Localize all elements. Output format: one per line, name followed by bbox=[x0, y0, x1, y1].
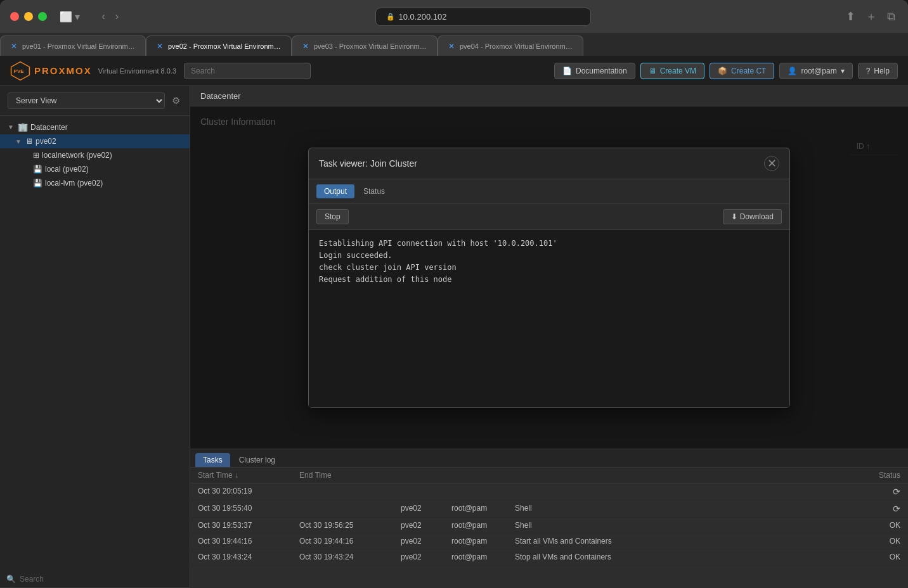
row3-start: Oct 30 19:53:37 bbox=[198, 521, 299, 530]
browser-tab-pve01[interactable]: ✕ pve01 - Proxmox Virtual Environment bbox=[0, 35, 146, 56]
tab-icon-pve03: ✕ bbox=[302, 42, 309, 51]
row5-task: Stop all VMs and Containers bbox=[515, 553, 824, 561]
header-task bbox=[515, 471, 824, 480]
user-menu-button[interactable]: 👤 root@pam ▾ bbox=[779, 63, 852, 79]
row1-status: ⟳ bbox=[824, 487, 900, 497]
tab-label-pve04: pve04 - Proxmox Virtual Environment bbox=[460, 42, 573, 50]
create-vm-button[interactable]: 🖥 Create VM bbox=[640, 63, 704, 79]
new-tab-button[interactable]: ＋ bbox=[863, 6, 879, 27]
bottom-tab-tasks[interactable]: Tasks bbox=[195, 453, 230, 467]
row5-start: Oct 30 19:43:24 bbox=[198, 553, 299, 561]
pve02-arrow: ▼ bbox=[15, 138, 23, 145]
modal-tab-output[interactable]: Output bbox=[316, 184, 354, 198]
modal-tab-status[interactable]: Status bbox=[356, 184, 392, 198]
table-row[interactable]: Oct 30 19:44:16 Oct 30 19:44:16 pve02 ro… bbox=[190, 534, 908, 549]
header-start-time: Start Time ↓ bbox=[198, 471, 299, 480]
tab-label-pve01: pve01 - Proxmox Virtual Environment bbox=[22, 42, 135, 50]
sidebar-item-datacenter[interactable]: ▼ 🏢 Datacenter bbox=[0, 120, 190, 134]
sidebar-item-pve02[interactable]: ▼ 🖥 pve02 bbox=[0, 134, 190, 148]
user-dropdown-icon: ▾ bbox=[841, 67, 845, 75]
share-button[interactable]: ⬆ bbox=[843, 7, 858, 26]
address-bar[interactable]: 🔒 10.0.200.102 bbox=[375, 8, 591, 26]
back-button[interactable]: ‹ bbox=[98, 8, 108, 25]
tab-icon-pve02: ✕ bbox=[157, 42, 163, 51]
browser-tab-pve02[interactable]: ✕ pve02 - Proxmox Virtual Environment bbox=[146, 35, 292, 56]
sidebar-button[interactable]: ⧉ bbox=[885, 8, 898, 26]
header-node bbox=[401, 471, 451, 480]
documentation-button[interactable]: 📄 Documentation bbox=[554, 63, 635, 79]
table-row[interactable]: Oct 30 20:05:19 ⟳ bbox=[190, 483, 908, 501]
sidebar-search[interactable]: 🔍 Search bbox=[0, 571, 190, 588]
bottom-tab-cluster-log[interactable]: Cluster log bbox=[231, 453, 283, 467]
row2-task: Shell bbox=[515, 504, 824, 514]
server-view-select[interactable]: Server View bbox=[8, 93, 165, 109]
table-row[interactable]: Oct 30 19:43:24 Oct 30 19:43:24 pve02 ro… bbox=[190, 549, 908, 565]
close-traffic-light[interactable] bbox=[10, 12, 19, 21]
local-label: local (pve02) bbox=[45, 165, 89, 174]
row1-start: Oct 30 20:05:19 bbox=[198, 487, 299, 497]
download-button[interactable]: ⬇ Download bbox=[723, 209, 782, 224]
app-container: PVE PROXMOX Virtual Environment 8.0.3 📄 … bbox=[0, 56, 908, 588]
breadcrumb: Datacenter bbox=[190, 86, 908, 106]
row5-user: root@pam bbox=[451, 553, 515, 561]
create-ct-button[interactable]: 📦 Create CT bbox=[710, 63, 774, 79]
maximize-traffic-light[interactable] bbox=[38, 12, 47, 21]
browser-tab-pve03[interactable]: ✕ pve03 - Proxmox Virtual Environment bbox=[292, 35, 438, 56]
output-line-1: Establishing API connection with host '1… bbox=[319, 238, 779, 250]
pve02-icon: 🖥 bbox=[25, 137, 33, 146]
row3-end: Oct 30 19:56:25 bbox=[299, 521, 401, 530]
cluster-panel: Cluster Information ID ↑ Votes Task view… bbox=[190, 106, 908, 449]
logo-ve-version: Virtual Environment 8.0.3 bbox=[98, 67, 176, 75]
browser-tabs: ✕ pve01 - Proxmox Virtual Environment ✕ … bbox=[0, 33, 908, 56]
sidebar-gear-button[interactable]: ⚙ bbox=[170, 93, 182, 108]
logo-proxmox-text: PROXMOX bbox=[34, 65, 92, 76]
lock-icon: 🔒 bbox=[386, 13, 395, 21]
row2-user: root@pam bbox=[451, 504, 515, 514]
sidebar-item-local[interactable]: 💾 local (pve02) bbox=[0, 162, 190, 176]
bottom-tabs: Tasks Cluster log bbox=[190, 449, 908, 468]
output-line-3: check cluster join API version bbox=[319, 262, 779, 274]
row3-status: OK bbox=[824, 521, 900, 530]
datacenter-arrow: ▼ bbox=[8, 124, 15, 131]
sidebar-item-localnetwork[interactable]: ⊞ localnetwork (pve02) bbox=[0, 148, 190, 162]
local-lvm-label: local-lvm (pve02) bbox=[45, 179, 103, 188]
help-button[interactable]: ? Help bbox=[858, 63, 898, 79]
row4-node: pve02 bbox=[401, 537, 451, 546]
help-icon: ? bbox=[866, 67, 871, 75]
localnetwork-label: localnetwork (pve02) bbox=[42, 151, 112, 160]
sidebar-item-local-lvm[interactable]: 💾 local-lvm (pve02) bbox=[0, 176, 190, 190]
row1-user bbox=[451, 487, 515, 497]
row1-node bbox=[401, 487, 451, 497]
row5-node: pve02 bbox=[401, 553, 451, 561]
modal-toolbar: Stop ⬇ Download bbox=[309, 204, 789, 230]
forward-button[interactable]: › bbox=[112, 8, 122, 25]
tree-view: ▼ 🏢 Datacenter ▼ 🖥 pve02 ⊞ localnetwork … bbox=[0, 116, 190, 571]
browser-tab-pve04[interactable]: ✕ pve04 - Proxmox Virtual Environment bbox=[438, 35, 583, 56]
row2-end bbox=[299, 504, 401, 514]
row4-status: OK bbox=[824, 537, 900, 546]
task-viewer-modal: Task viewer: Join Cluster ✕ Output Statu… bbox=[308, 148, 790, 408]
minimize-traffic-light[interactable] bbox=[24, 12, 33, 21]
top-search-input[interactable] bbox=[184, 63, 311, 79]
proxmox-logo: PVE PROXMOX Virtual Environment 8.0.3 bbox=[10, 61, 176, 81]
tab-label-pve02: pve02 - Proxmox Virtual Environment bbox=[168, 42, 281, 50]
top-bar: PVE PROXMOX Virtual Environment 8.0.3 📄 … bbox=[0, 56, 908, 86]
row4-user: root@pam bbox=[451, 537, 515, 546]
table-row[interactable]: Oct 30 19:53:37 Oct 30 19:56:25 pve02 ro… bbox=[190, 518, 908, 534]
header-status: Status bbox=[824, 471, 900, 480]
datacenter-icon: 🏢 bbox=[18, 122, 28, 132]
row3-task: Shell bbox=[515, 521, 824, 530]
sidebar: Server View ⚙ ▼ 🏢 Datacenter ▼ 🖥 pve02 ⊞ bbox=[0, 86, 190, 588]
table-row[interactable]: Oct 30 19:55:40 pve02 root@pam Shell ⟳ bbox=[190, 501, 908, 518]
modal-tabs: Output Status bbox=[309, 179, 789, 204]
modal-close-button[interactable]: ✕ bbox=[764, 156, 779, 171]
address-text: 10.0.200.102 bbox=[399, 12, 447, 22]
browser-actions: ⬆ ＋ ⧉ bbox=[843, 6, 898, 27]
stop-button[interactable]: Stop bbox=[316, 209, 349, 224]
download-icon: ⬇ bbox=[731, 212, 737, 221]
search-icon: 🔍 bbox=[6, 575, 16, 584]
traffic-lights bbox=[10, 12, 47, 21]
address-bar-container: 🔒 10.0.200.102 bbox=[130, 8, 836, 26]
sidebar-toggle-button[interactable]: ⬜ ▾ bbox=[55, 8, 85, 25]
modal-output: Establishing API connection with host '1… bbox=[309, 230, 789, 407]
